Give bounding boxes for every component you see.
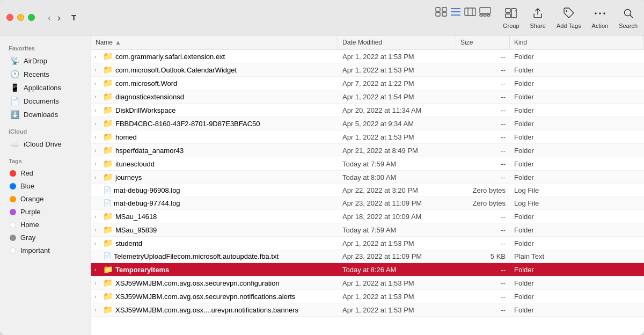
- table-row[interactable]: › 📁 studentd Apr 1, 2022 at 1:53 PM -- F…: [91, 237, 644, 250]
- expand-arrow: ›: [94, 280, 101, 286]
- table-row[interactable]: › 📁 XSJ59WMJBM.com.avg.osx.securevpn.con…: [91, 276, 644, 290]
- file-name: com.grammarly.safari.extension.ext: [115, 53, 225, 61]
- sidebar-item-downloads[interactable]: ⬇️ Downloads: [3, 108, 87, 121]
- file-kind: Folder: [510, 91, 644, 103]
- view-toggle[interactable]: Group: [434, 6, 492, 29]
- table-row[interactable]: › 📁 diagnosticextensionsd Apr 1, 2022 at…: [91, 90, 644, 104]
- back-button[interactable]: ‹: [46, 12, 53, 24]
- sidebar-label-red: Red: [20, 169, 33, 177]
- table-row[interactable]: › 📁 com.grammarly.safari.extension.ext A…: [91, 50, 644, 63]
- file-name: TemporaryItems: [115, 266, 169, 274]
- sidebar-item-tag-blue[interactable]: Blue: [3, 180, 87, 192]
- file-name-cell: › 📁 XSJ59WMJBM.com.avg.osx....urevpn.not…: [91, 303, 338, 316]
- icon-view-button[interactable]: [434, 6, 448, 20]
- file-rows-container: › 📁 com.grammarly.safari.extension.ext A…: [91, 50, 644, 317]
- file-date: Apr 22, 2022 at 3:20 PM: [338, 185, 456, 196]
- file-size: --: [456, 304, 510, 316]
- minimize-button[interactable]: [17, 14, 24, 21]
- maximize-button[interactable]: [28, 14, 35, 21]
- folder-icon: 📁: [103, 265, 113, 274]
- folder-icon: 📁: [103, 132, 113, 142]
- file-kind: Folder: [510, 118, 644, 129]
- table-row[interactable]: › 📁 DiskDrillWorkspace Apr 20, 2022 at 1…: [91, 104, 644, 117]
- airdrop-icon: 📡: [10, 56, 19, 65]
- action-button[interactable]: Action: [592, 8, 609, 29]
- table-row[interactable]: › 📁 homed Apr 1, 2022 at 1:53 PM -- Fold…: [91, 130, 644, 144]
- sidebar-item-applications[interactable]: 📱 Applications: [3, 81, 87, 94]
- expand-arrow: ›: [94, 307, 101, 313]
- file-kind: Folder: [510, 291, 644, 302]
- forward-button[interactable]: ›: [55, 12, 63, 24]
- sidebar-item-tag-red[interactable]: Red: [3, 167, 87, 179]
- name-column-header[interactable]: Name ▲: [91, 35, 338, 49]
- file-name: FBBD4CBC-8160-43F2-8701-9D87E3BFAC50: [115, 120, 260, 128]
- table-row[interactable]: › 📁 XSJ59WMJBM.com.avg.osx....urevpn.not…: [91, 303, 644, 317]
- file-date: Apr 1, 2022 at 1:54 PM: [338, 91, 456, 103]
- folder-icon: 📁: [103, 159, 113, 169]
- table-row[interactable]: › 📁 TemporaryItems Today at 8:26 AM -- F…: [91, 263, 644, 276]
- recents-icon: 🕐: [10, 70, 19, 78]
- table-row[interactable]: › 📁 itunescloudd Today at 7:59 AM -- Fol…: [91, 157, 644, 171]
- add-tags-button[interactable]: Add Tags: [557, 7, 581, 29]
- table-row[interactable]: › 📁 MSau_95839 Today at 7:59 AM -- Folde…: [91, 223, 644, 237]
- table-row[interactable]: › 📁 com.microsoft.Outlook.CalendarWidget…: [91, 63, 644, 77]
- date-column-header[interactable]: Date Modified: [338, 35, 456, 49]
- column-view-button[interactable]: [463, 6, 477, 20]
- table-row[interactable]: › 📁 FBBD4CBC-8160-43F2-8701-9D87E3BFAC50…: [91, 117, 644, 130]
- table-row[interactable]: 📄 TelemetryUploadFilecom.microsoft.autou…: [91, 250, 644, 263]
- file-kind: Log File: [510, 198, 644, 209]
- file-name-cell: › 📁 hsperfdata_anamor43: [91, 144, 338, 157]
- sidebar-label-recents: Recents: [24, 70, 49, 78]
- sidebar-item-tag-home[interactable]: Home: [3, 219, 87, 231]
- folder-icon: 📁: [103, 238, 113, 248]
- file-name-cell: 📄 TelemetryUploadFilecom.microsoft.autou…: [91, 251, 338, 262]
- sidebar-item-tag-important[interactable]: Important: [3, 244, 87, 257]
- table-row[interactable]: 📄 mat-debug-96908.log Apr 22, 2022 at 3:…: [91, 184, 644, 197]
- table-row[interactable]: 📄 mat-debug-97744.log Apr 23, 2022 at 11…: [91, 197, 644, 210]
- size-column-header[interactable]: Size: [456, 35, 510, 49]
- gallery-view-button[interactable]: [478, 6, 492, 20]
- file-size: --: [456, 105, 510, 116]
- table-row[interactable]: › 📁 XSJ59WMJBM.com.avg.osx.securevpn.not…: [91, 290, 644, 303]
- table-row[interactable]: › 📁 journeys Today at 8:00 AM -- Folder: [91, 171, 644, 184]
- sidebar-item-icloud-drive[interactable]: ☁️ iCloud Drive: [3, 137, 87, 150]
- sidebar-label-applications: Applications: [24, 84, 61, 92]
- search-button[interactable]: Search: [619, 8, 638, 29]
- file-name: hsperfdata_anamor43: [115, 147, 184, 155]
- expand-arrow: ›: [94, 107, 101, 113]
- file-kind: Log File: [510, 185, 644, 196]
- file-size: --: [456, 158, 510, 170]
- file-date: Today at 8:26 AM: [338, 264, 456, 275]
- doc-icon: 📄: [103, 199, 112, 207]
- sidebar-label-downloads: Downloads: [24, 111, 58, 119]
- list-view-button[interactable]: [449, 6, 462, 20]
- file-name: diagnosticextensionsd: [115, 93, 184, 101]
- group-icon: [505, 8, 517, 20]
- group-button[interactable]: Group: [503, 8, 519, 29]
- share-icon: [532, 7, 543, 20]
- file-date: Today at 7:59 AM: [338, 158, 456, 170]
- sidebar-item-documents[interactable]: 📄 Documents: [3, 94, 87, 107]
- important-tag-dot: [10, 247, 16, 254]
- finder-window: ‹ › T: [0, 0, 644, 335]
- svg-point-19: [595, 12, 597, 14]
- file-size: --: [456, 291, 510, 302]
- file-date: Today at 8:00 AM: [338, 172, 456, 183]
- folder-icon: 📁: [103, 212, 113, 221]
- sidebar-item-tag-purple[interactable]: Purple: [3, 206, 87, 218]
- sidebar-item-recents[interactable]: 🕐 Recents: [3, 68, 87, 81]
- close-button[interactable]: [6, 14, 13, 21]
- file-size: --: [456, 64, 510, 76]
- file-list[interactable]: Name ▲ Date Modified Size Kind › 📁 com.g…: [91, 35, 644, 335]
- toolbar-actions: Group Group: [434, 6, 638, 29]
- table-row[interactable]: › 📁 MSau_14618 Apr 18, 2022 at 10:09 AM …: [91, 210, 644, 223]
- table-row[interactable]: › 📁 hsperfdata_anamor43 Apr 21, 2022 at …: [91, 144, 644, 157]
- sidebar-item-tag-orange[interactable]: Orange: [3, 193, 87, 205]
- sidebar-item-tag-gray[interactable]: Gray: [3, 231, 87, 244]
- table-row[interactable]: › 📁 com.microsoft.Word Apr 7, 2022 at 1:…: [91, 77, 644, 90]
- file-name: XSJ59WMJBM.com.avg.osx.securevpn.notific…: [115, 293, 295, 301]
- share-button[interactable]: Share: [530, 7, 546, 29]
- sidebar-item-airdrop[interactable]: 📡 AirDrop: [3, 54, 87, 67]
- svg-point-20: [599, 12, 601, 14]
- kind-column-header[interactable]: Kind: [510, 35, 644, 49]
